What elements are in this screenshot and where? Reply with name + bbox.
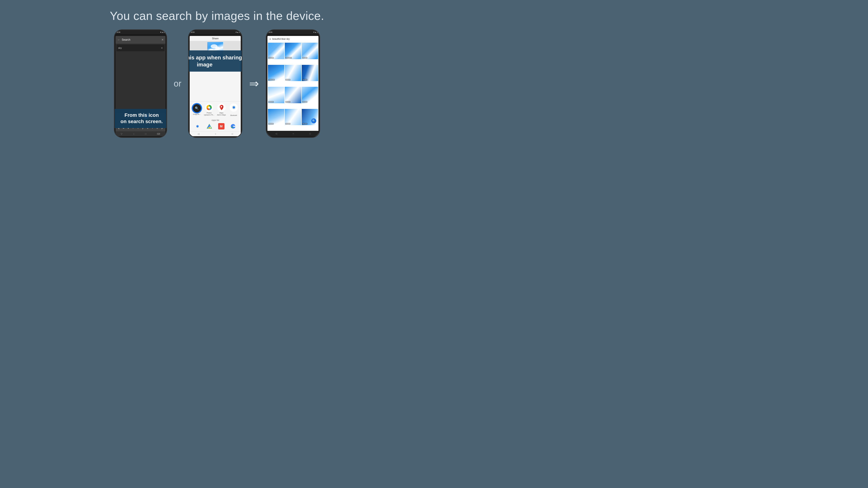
phone3-signal-icons: ▼▲ ●: [313, 31, 318, 33]
nav-home-icon[interactable]: ○: [133, 133, 134, 135]
grid-cell-9[interactable]: 322x200: [302, 87, 318, 103]
grid-cell-11[interactable]: 450x200: [285, 109, 301, 125]
or-label: or: [174, 79, 182, 89]
maps-icon[interactable]: [217, 103, 225, 111]
sky-thumb-7: [268, 87, 284, 103]
thumb-label-3: 800x451: [302, 57, 307, 59]
app-item-maps[interactable]: MapsAdd to Maps: [216, 103, 227, 116]
thumb-label-4: 1500x1125: [268, 79, 275, 80]
phone3-nav-recent[interactable]: □: [309, 132, 311, 135]
page-title: You can search by images in the device.: [110, 9, 324, 23]
phone2-nav-bar: ◁ ○ □: [190, 131, 241, 136]
thumb-label-8: 322x200: [285, 101, 290, 103]
phone3-status-bar: 00:00 ▼▲ ●: [267, 30, 319, 34]
phone1-tooltip-line1: From this icon: [125, 112, 159, 118]
drive-small-icon[interactable]: [206, 123, 213, 129]
bluetooth-icon[interactable]: ✱: [230, 103, 238, 111]
google-small-icon[interactable]: [230, 123, 236, 129]
photos-label: PhotosUpload to Ph...: [204, 112, 214, 116]
phone3-nav-home[interactable]: ○: [292, 132, 294, 135]
sky-thumb-8: [285, 87, 301, 103]
grid-cell-6[interactable]: 910x607: [302, 65, 318, 81]
share-apps-row2: ✱ M: [190, 122, 241, 131]
share-apps-row: 🔍 ImageSe... Photo: [190, 101, 241, 118]
share-title: Share: [212, 37, 219, 40]
results-title: beautiful blue sky: [272, 38, 289, 40]
share-header: Share: [190, 36, 241, 41]
bluetooth-symbol: ✱: [232, 105, 236, 110]
nav-back-icon[interactable]: ▽: [121, 133, 123, 135]
thumb-label-11: 450x200: [285, 123, 290, 125]
sky-thumb-9: [302, 87, 318, 103]
sky-thumb-3: [302, 43, 318, 59]
bt-small-icon[interactable]: ✱: [194, 123, 201, 129]
thumb-label-9: 322x200: [302, 101, 307, 103]
phone3-screen: ≡ beautiful blue sky 612x408 2000x1217 8…: [268, 36, 318, 136]
arrow-label: ⇒: [249, 77, 259, 90]
gmail-small-icon[interactable]: M: [218, 123, 224, 129]
imagesearch-icon[interactable]: 🔍: [192, 103, 202, 113]
phone2-status-bar: 00:00 ▼▲ ●: [189, 30, 242, 34]
grid-cell-8[interactable]: 322x200: [285, 87, 301, 103]
imagesearch-label: ImageSe...: [193, 113, 201, 115]
grid-cell-7[interactable]: 600x600: [268, 87, 284, 103]
svg-point-1: [221, 106, 222, 107]
grid-cell-3[interactable]: 800x451: [302, 43, 318, 59]
apps-list-label: Apps list: [190, 118, 241, 122]
phone3-image-grid: 612x408 2000x1217 800x451 1500x1125: [268, 42, 318, 131]
bluetooth-label-visible: Bluetooth: [230, 115, 237, 116]
phone1-nav-bar: ▽ ○ □ ⌨: [116, 131, 165, 136]
phone2-tooltip: Select this app when sharing image: [188, 51, 242, 72]
phone3-results-header: ≡ beautiful blue sky: [268, 36, 318, 42]
thumb-label-1: 612x408: [268, 57, 274, 59]
thumb-label-12: 501x200: [302, 123, 307, 125]
phone2-nav-home[interactable]: ○: [215, 133, 216, 135]
grid-cell-12[interactable]: 501x200 🔍: [302, 109, 318, 125]
phone2-tooltip-text: Select this app when sharing image: [188, 55, 242, 68]
thumb-label-2: 2000x1217: [285, 57, 292, 59]
phone1-tooltip: From this icon on search screen.: [114, 109, 167, 128]
phone2-nav-back[interactable]: ◁: [197, 133, 199, 135]
phone3-nav-bar: ◁ ○ □: [268, 131, 318, 136]
phone1-status-bar: 00:00 ▼▲ ●: [115, 30, 166, 34]
phone2-time: 00:00: [191, 31, 195, 33]
grid-cell-5[interactable]: 508x339: [285, 65, 301, 81]
sky-thumb-2: [285, 43, 301, 59]
phones-row: 00:00 ▼▲ ● ← Search ✕ sky ✕ 🎤 ⬆ ⊡: [0, 29, 434, 138]
thumb-label-5: 508x339: [285, 79, 290, 80]
phone3: 00:00 ▼▲ ● ≡ beautiful blue sky 612x408 …: [266, 29, 320, 138]
thumb-label-10: 800x534: [268, 123, 274, 125]
phone1-signal-icons: ▼▲ ●: [160, 31, 164, 33]
grid-cell-4[interactable]: 1500x1125: [268, 65, 284, 81]
thumb-label-6: 910x607: [302, 79, 307, 80]
maps-svg-icon: [218, 104, 225, 111]
grid-cell-1[interactable]: 612x408: [268, 43, 284, 59]
svg-point-0: [208, 107, 210, 109]
phone1-tooltip-line2: on search screen.: [121, 119, 163, 124]
nav-recent-icon[interactable]: □: [145, 133, 146, 135]
phone2-nav-recent[interactable]: □: [232, 133, 233, 135]
sky-thumb-1: [268, 43, 284, 59]
phone2: 00:00 ▼▲ ● Share: [188, 29, 242, 138]
photos-icon[interactable]: [205, 103, 213, 111]
phone3-time: 00:00: [268, 31, 272, 33]
drive-svg: [207, 124, 212, 129]
phone3-nav-back[interactable]: ◁: [275, 132, 277, 135]
app-item-imagesearch[interactable]: 🔍 ImageSe...: [191, 103, 202, 115]
nav-keyboard-icon[interactable]: ⌨: [157, 133, 160, 135]
phone2-signal-icons: ▼▲ ●: [235, 31, 240, 33]
hamburger-icon[interactable]: ≡: [269, 37, 271, 41]
query-clear-icon[interactable]: ✕: [161, 47, 163, 49]
phone1-query-bar: sky ✕: [116, 44, 164, 51]
photos-svg-icon: [206, 104, 212, 111]
app-item-photos[interactable]: PhotosUpload to Ph...: [204, 103, 215, 116]
back-arrow-icon[interactable]: ←: [117, 38, 121, 41]
app-item-bluetooth[interactable]: ✱ Apps list Bluetooth: [228, 103, 239, 116]
grid-cell-2[interactable]: 2000x1217: [285, 43, 301, 59]
phone1-search-field[interactable]: Search: [122, 38, 160, 41]
phone1-query-text: sky: [118, 46, 161, 49]
thumb-label-7: 600x600: [268, 101, 274, 103]
grid-cell-10[interactable]: 800x534: [268, 109, 284, 125]
clear-search-icon[interactable]: ✕: [161, 38, 164, 41]
phone1-search-bar: ← Search ✕: [116, 36, 165, 43]
